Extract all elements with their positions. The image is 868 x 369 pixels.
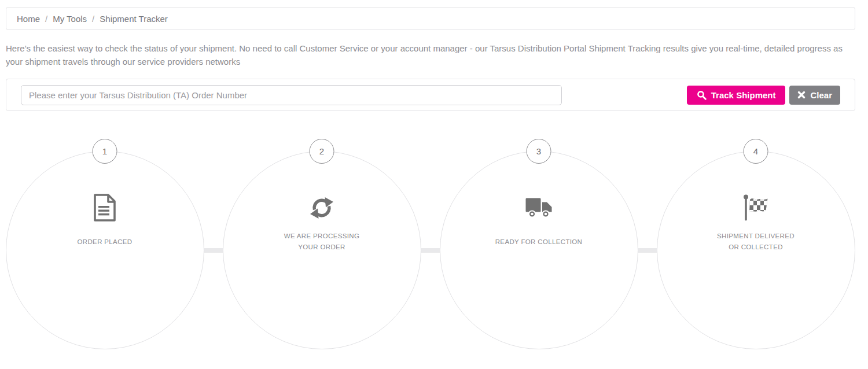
step-number-badge: 2 [310,139,334,164]
truck-icon [525,198,553,218]
refresh-icon [308,195,335,220]
step-label: SHIPMENT DELIVERED OR COLLECTED [657,231,855,253]
step-label: WE ARE PROCESSING YOUR ORDER [223,231,421,253]
step-label: READY FOR COLLECTION [440,231,638,253]
breadcrumb-item-shipment-tracker: Shipment Tracker [100,14,168,24]
step-number-badge: 3 [527,139,551,164]
search-bar: Track Shipment Clear [6,79,855,111]
checkered-flag-icon [743,194,769,222]
step-number-badge: 4 [744,139,768,164]
clear-label: Clear [810,90,832,100]
breadcrumb-separator: / [92,14,94,24]
track-shipment-label: Track Shipment [711,90,776,100]
search-icon [697,90,707,100]
shipment-progress-steps: 1 ORDER PLACED 2 [0,111,868,369]
step-label: ORDER PLACED [6,231,204,253]
step-processing-order: 2 WE ARE PROCESSING YOUR ORDER [223,151,421,349]
step-order-placed: 1 ORDER PLACED [6,151,204,349]
close-icon [797,91,806,99]
track-shipment-button[interactable]: Track Shipment [687,86,786,105]
breadcrumb-item-home[interactable]: Home [17,14,40,24]
document-icon [93,194,116,222]
step-ready-for-collection: 3 READY FOR COLLECTION [440,151,638,349]
breadcrumb-item-my-tools[interactable]: My Tools [53,14,87,24]
step-shipment-delivered: 4 [657,151,855,349]
breadcrumb: Home / My Tools / Shipment Tracker [6,7,855,30]
clear-button[interactable]: Clear [789,86,840,105]
breadcrumb-separator: / [45,14,47,24]
shipment-tracker-page: Home / My Tools / Shipment Tracker Here’… [0,0,868,369]
page-description: Here’s the easiest way to check the stat… [6,42,861,68]
step-number-badge: 1 [93,139,117,164]
order-number-input[interactable] [21,85,562,105]
